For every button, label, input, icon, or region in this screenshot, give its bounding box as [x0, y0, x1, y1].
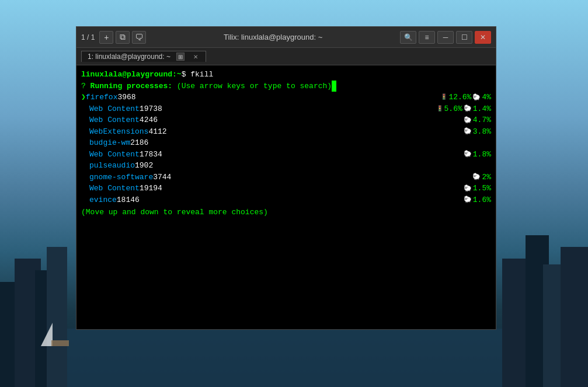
- svg-rect-7: [543, 264, 563, 387]
- move-hint-line: (Move up and down to reveal more choices…: [81, 207, 491, 218]
- notification-button[interactable]: 🗨: [132, 31, 146, 44]
- question-mark: ?: [81, 82, 91, 90]
- proc-metrics: 🐑 2%: [472, 172, 491, 183]
- process-row-webcontent3: Web Content 17834 🐑 1.8%: [81, 149, 491, 161]
- cpu-pct: 5.6%: [444, 103, 462, 115]
- proc-metrics: 🐑 3.8%: [464, 126, 491, 138]
- spacer: [167, 126, 464, 138]
- search-button[interactable]: 🔍: [400, 31, 416, 44]
- proc-metrics: 🐑 1.6%: [464, 194, 491, 206]
- sheep-icon: 🐑: [472, 93, 481, 103]
- question-line: ? Running processes: (Use arrow keys or …: [81, 81, 491, 92]
- proc-pid: 17834: [140, 149, 162, 161]
- window-title: Tilix: linuxlala@playground: ~: [146, 33, 400, 41]
- proc-name: Web Content: [89, 103, 140, 115]
- process-row-webcontent4: Web Content 19194 🐑 1.5%: [81, 183, 491, 194]
- tab-close-button[interactable]: ✕: [192, 53, 200, 61]
- mem-pct: 1.5%: [473, 183, 491, 194]
- proc-pid: 19194: [140, 183, 162, 194]
- mem-pct: 1.4%: [473, 103, 491, 115]
- proc-pid: 3744: [153, 172, 171, 183]
- menu-button[interactable]: ≡: [419, 31, 435, 44]
- window-controls: 🔍 ≡ ─ ☐ ✕: [400, 31, 491, 44]
- proc-pid: 2186: [130, 137, 148, 149]
- sheep-icon: 🐑: [472, 172, 481, 182]
- proc-name: Web Content: [89, 149, 140, 161]
- maximize-button[interactable]: ☐: [456, 31, 472, 44]
- svg-rect-0: [0, 329, 588, 387]
- tab-count: 1 / 1: [81, 33, 95, 41]
- cpu-pct: 12.6%: [448, 92, 471, 103]
- process-row-pulse: pulseaudio 1902: [81, 160, 491, 172]
- title-bar: 1 / 1 + ⧉ 🗨 Tilix: linuxlala@playground:…: [76, 27, 496, 48]
- spacer: [162, 183, 464, 194]
- terminal-cursor: [332, 81, 336, 92]
- mem-pct: 1.8%: [473, 149, 491, 161]
- close-button[interactable]: ✕: [475, 31, 491, 44]
- mem-pct: 2%: [482, 172, 491, 183]
- mem-pct: 4%: [482, 92, 491, 103]
- spacer: [158, 114, 464, 126]
- mem-pct: 4.7%: [473, 114, 491, 126]
- spacer: [153, 160, 491, 172]
- proc-metrics: 🐑 1.5%: [464, 183, 491, 194]
- spacer: [136, 92, 441, 103]
- proc-pid: 19738: [140, 103, 162, 115]
- proc-metrics: 🚦 5.6% 🐑 1.4%: [436, 103, 491, 115]
- split-button[interactable]: ⧉: [116, 31, 130, 44]
- proc-name: budgie-wm: [89, 137, 130, 149]
- process-row-webcontent1: Web Content 19738 🚦 5.6% 🐑 1.4%: [81, 103, 491, 115]
- proc-name: evince: [89, 194, 117, 206]
- running-label: Running processes:: [91, 82, 172, 90]
- terminal-tab[interactable]: 1: linuxlala@playground: ~ ⊞ ✕: [81, 51, 206, 62]
- proc-pid: 4112: [148, 126, 166, 138]
- move-hint-text: (Move up and down to reveal more choices…: [81, 208, 268, 217]
- svg-rect-4: [47, 247, 67, 387]
- minimize-button[interactable]: ─: [437, 31, 454, 44]
- process-row-firefox: ❯ firefox 3968 🚦 12.6% 🐑 4%: [81, 92, 491, 103]
- svg-rect-8: [561, 247, 588, 387]
- prompt-user: linuxlala@playground:~: [81, 70, 182, 79]
- proc-name: firefox: [86, 92, 118, 103]
- terminal-content[interactable]: linuxlala@playground:~$ fkill ? Running …: [76, 65, 496, 329]
- hint-text: (Use arrow keys or type to search): [172, 82, 332, 90]
- proc-pid: 18146: [117, 194, 140, 206]
- tab-bar: 1: linuxlala@playground: ~ ⊞ ✕: [76, 48, 496, 65]
- spacer: [140, 194, 464, 206]
- mem-pct: 1.6%: [473, 194, 491, 206]
- sheep-icon: 🐑: [464, 149, 472, 159]
- process-row-webcontent2: Web Content 4246 🐑 4.7%: [81, 114, 491, 126]
- prompt-line: linuxlala@playground:~$ fkill: [81, 69, 491, 81]
- proc-name: pulseaudio: [89, 160, 135, 172]
- sheep-icon: 🐑: [464, 184, 472, 194]
- tab-expand-button[interactable]: ⊞: [176, 53, 185, 61]
- proc-name: WebExtensions: [89, 126, 148, 138]
- traffic-light-icon: 🚦: [436, 104, 443, 113]
- process-row-evince: evince 18146 🐑 1.6%: [81, 194, 491, 206]
- sheep-icon: 🐑: [464, 104, 472, 114]
- sheep-icon: 🐑: [464, 116, 472, 125]
- proc-name: gnome-software: [89, 172, 153, 183]
- command-text: fkill: [186, 70, 213, 79]
- process-row-budgie: budgie-wm 2186: [81, 137, 491, 149]
- spacer: [162, 103, 436, 115]
- proc-pid: 1902: [135, 160, 153, 172]
- sheep-icon: 🐑: [464, 195, 472, 205]
- process-row-webext: WebExtensions 4112 🐑 3.8%: [81, 126, 491, 138]
- svg-rect-10: [51, 340, 69, 346]
- spacer: [162, 149, 464, 161]
- proc-name: Web Content: [89, 114, 140, 126]
- proc-pid: 4246: [140, 114, 158, 126]
- proc-metrics: 🐑 1.8%: [464, 149, 491, 161]
- proc-metrics: 🚦 12.6% 🐑 4%: [440, 92, 491, 103]
- process-row-gnome: gnome-software 3744 🐑 2%: [81, 172, 491, 183]
- terminal-window: 1 / 1 + ⧉ 🗨 Tilix: linuxlala@playground:…: [76, 26, 496, 330]
- spacer: [171, 172, 472, 183]
- mem-pct: 3.8%: [473, 126, 491, 138]
- spacer: [148, 137, 491, 149]
- sheep-icon: 🐑: [464, 127, 472, 137]
- tab-label: 1: linuxlala@playground: ~: [88, 53, 171, 61]
- proc-name: Web Content: [89, 183, 140, 194]
- proc-metrics: 🐑 4.7%: [464, 114, 491, 126]
- add-tab-button[interactable]: +: [99, 31, 113, 44]
